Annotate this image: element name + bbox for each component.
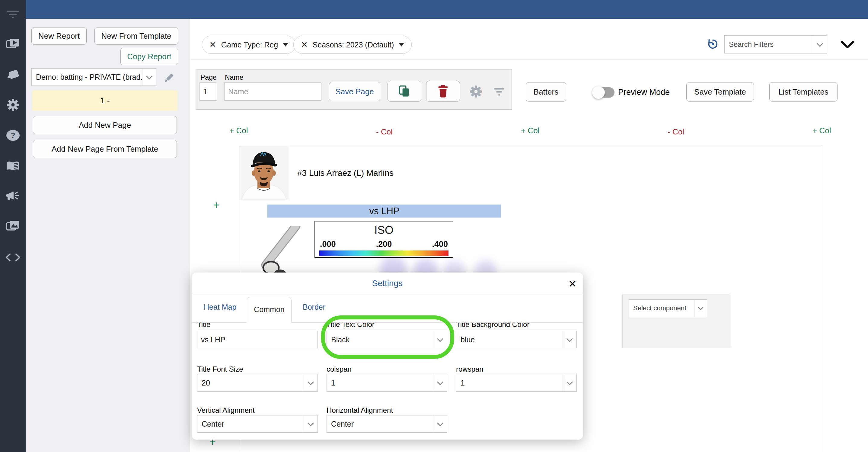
name-label: Name [225,74,243,82]
batter-illustration [252,226,325,279]
report-select-value: Demo: batting - PRIVATE (brad... [32,68,142,85]
list-templates-button[interactable]: List Templates [769,82,838,102]
caret-down-icon [399,43,404,47]
docs-book-icon[interactable] [0,157,26,175]
cards-icon[interactable] [0,66,26,84]
remove-filter-icon[interactable]: ✕ [210,40,216,50]
page-number-input[interactable] [199,83,217,101]
gallery-icon[interactable] [0,217,26,235]
vertical-alignment-value: Center [197,416,304,432]
colspan-value: 1 [327,374,433,391]
duplicate-page-button[interactable] [388,81,421,102]
copy-report-button[interactable]: Copy Report [120,48,178,65]
title-font-size-value: 20 [197,374,304,391]
copy-icon [399,85,410,97]
colspan-select[interactable]: 1 [327,374,447,392]
component-placeholder-cell: Select component [622,294,731,347]
svg-text:?: ? [11,131,16,139]
title-font-size-label: Title Font Size [197,365,243,373]
chevron-down-icon [563,374,577,391]
player-photo [239,146,288,201]
chevron-down-icon [563,331,577,348]
page-list-item[interactable]: 1 - [32,90,178,111]
add-row-button[interactable]: + [213,199,219,211]
title-background-color-value: blue [456,331,563,348]
tab-border[interactable]: Border [303,303,326,311]
report-select[interactable]: Demo: batting - PRIVATE (brad... [31,68,156,86]
title-background-color-select[interactable]: blue [456,331,577,348]
announcements-megaphone-icon[interactable] [0,187,26,205]
collapse-chevron-icon[interactable] [841,40,854,50]
rowspan-select[interactable]: 1 [456,374,577,392]
chevron-down-icon [433,331,447,348]
preview-mode-label: Preview Mode [618,88,670,97]
tab-heat-map[interactable]: Heat Map [204,303,236,311]
select-component-dropdown[interactable]: Select component [629,300,707,317]
vertical-alignment-label: Vertical Alignment [197,406,255,415]
add-col-button[interactable]: + Col [812,126,831,135]
save-page-button[interactable]: Save Page [329,82,380,101]
search-filters-select[interactable]: Search Filters [724,35,827,54]
delete-page-button[interactable] [426,81,460,102]
add-col-button[interactable]: + Col [229,126,248,135]
chevron-down-icon [813,36,827,53]
legend-tick: .400 [432,239,448,249]
page-settings-gear-icon[interactable] [470,85,482,99]
rowspan-label: rowspan [456,365,484,373]
tab-common[interactable]: Common [247,297,291,323]
code-icon[interactable] [0,248,26,266]
chevron-down-icon [304,374,317,391]
app-root: ? New Report New From Template Copy Repo… [0,0,868,452]
close-icon[interactable]: ✕ [568,278,577,290]
horizontal-alignment-value: Center [327,416,433,432]
title-text-color-value: Black [327,331,433,348]
edit-pencil-icon[interactable] [163,72,175,85]
add-new-page-button[interactable]: Add New Page [33,116,177,134]
chevron-down-icon [433,416,447,432]
search-filters-placeholder: Search Filters [725,36,813,53]
title-text-color-select[interactable]: Black [327,331,447,348]
title-field-label: Title [197,320,210,329]
title-text-color-label: Title Text Color [327,320,375,329]
title-font-size-select[interactable]: 20 [197,374,318,392]
title-background-color-label: Title Background Color [456,320,529,329]
colspan-label: colspan [327,365,351,373]
help-icon[interactable]: ? [0,126,26,144]
player-name: #3 Luis Arraez (L) Marlins [297,168,394,178]
filter-history-icon[interactable] [707,38,719,51]
chevron-down-icon [142,68,156,85]
rowspan-value: 1 [456,374,563,391]
remove-col-button[interactable]: - Col [668,127,684,137]
page-name-input[interactable] [224,83,321,101]
settings-gear-icon[interactable] [0,96,26,114]
filter-chip-seasons[interactable]: ✕ Seasons: 2023 (Default) [293,36,412,54]
chevron-down-icon [304,416,317,432]
new-report-button[interactable]: New Report [31,27,87,45]
filter-chip-label: Game Type: Reg [221,40,278,49]
section-title-banner[interactable]: vs LHP [268,204,501,218]
save-template-button[interactable]: Save Template [686,82,754,102]
media-icon[interactable] [0,35,26,53]
title-input[interactable] [197,331,318,348]
horizontal-alignment-label: Horizontal Alignment [327,406,393,415]
batters-button[interactable]: Batters [526,82,566,102]
top-navigation-bar [26,0,868,19]
add-col-button[interactable]: + Col [521,126,539,135]
legend-title: ISO [315,224,453,236]
menu-filter-icon[interactable] [0,5,26,24]
remove-filter-icon[interactable]: ✕ [301,40,308,50]
vertical-alignment-select[interactable]: Center [197,415,318,433]
new-from-template-button[interactable]: New From Template [94,27,178,45]
horizontal-alignment-select[interactable]: Center [327,415,447,433]
page-label: Page [200,74,217,82]
modal-title: Settings [192,279,583,288]
caret-down-icon [283,43,288,47]
remove-col-button[interactable]: - Col [376,127,393,137]
add-new-page-from-template-button[interactable]: Add New Page From Template [33,140,177,158]
chevron-down-icon [694,300,707,317]
legend-gradient-bar [319,251,448,256]
filter-chip-game-type[interactable]: ✕ Game Type: Reg [202,36,296,54]
page-filter-icon[interactable] [493,88,505,98]
preview-mode-toggle-knob[interactable] [592,86,605,99]
heatmap-legend: ISO .000 .200 .400 [314,221,453,258]
